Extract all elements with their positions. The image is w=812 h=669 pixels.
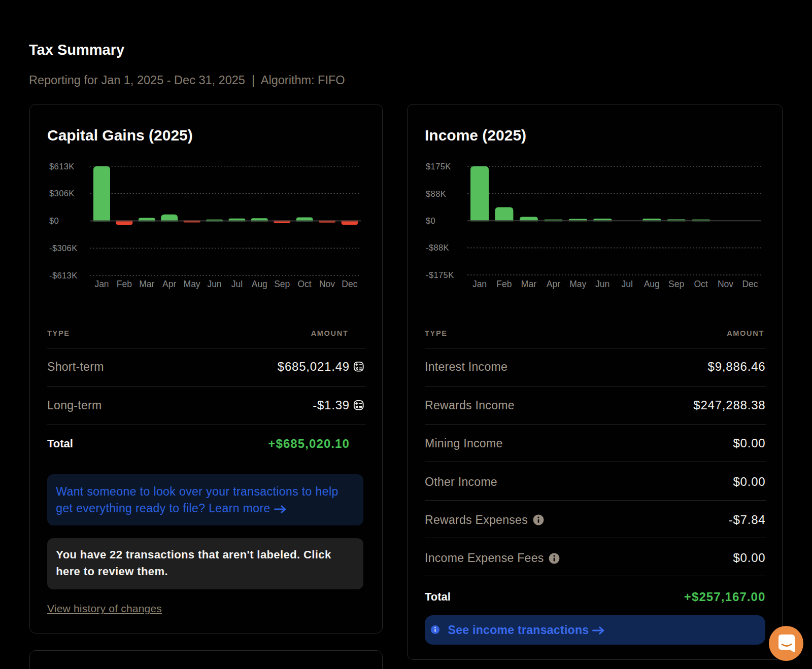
svg-text:Jun: Jun <box>207 279 221 289</box>
svg-text:Apr: Apr <box>162 279 176 289</box>
svg-text:-$88K: -$88K <box>426 243 449 252</box>
svg-text:Dec: Dec <box>742 279 758 289</box>
svg-text:$306K: $306K <box>49 189 75 198</box>
svg-text:Nov: Nov <box>319 279 335 289</box>
svg-text:Dec: Dec <box>342 279 357 289</box>
svg-text:Jan: Jan <box>94 279 109 289</box>
svg-text:Oct: Oct <box>694 279 707 289</box>
svg-text:Aug: Aug <box>644 279 660 289</box>
svg-text:$0: $0 <box>426 216 435 225</box>
svg-text:Jun: Jun <box>595 279 610 289</box>
svg-text:Nov: Nov <box>718 279 733 289</box>
svg-text:$0: $0 <box>49 216 59 225</box>
svg-text:-$306K: -$306K <box>49 243 78 253</box>
svg-text:Sep: Sep <box>668 279 684 289</box>
svg-text:-$613K: -$613K <box>49 271 78 280</box>
svg-text:Oct: Oct <box>297 279 311 289</box>
svg-text:$613K: $613K <box>49 162 75 171</box>
svg-text:Jul: Jul <box>622 279 633 289</box>
svg-text:$175K: $175K <box>426 162 451 171</box>
svg-text:-$175K: -$175K <box>426 270 454 279</box>
svg-text:Aug: Aug <box>252 279 267 289</box>
svg-text:Feb: Feb <box>117 279 132 289</box>
svg-text:$88K: $88K <box>426 189 446 198</box>
svg-text:Mar: Mar <box>521 279 536 289</box>
svg-text:Jul: Jul <box>231 279 243 289</box>
svg-text:May: May <box>569 279 586 289</box>
svg-text:Mar: Mar <box>139 279 154 289</box>
svg-text:Sep: Sep <box>274 279 290 289</box>
svg-text:May: May <box>184 279 200 289</box>
svg-text:Jan: Jan <box>472 279 487 289</box>
svg-text:Apr: Apr <box>547 279 560 289</box>
svg-text:Feb: Feb <box>496 279 512 289</box>
